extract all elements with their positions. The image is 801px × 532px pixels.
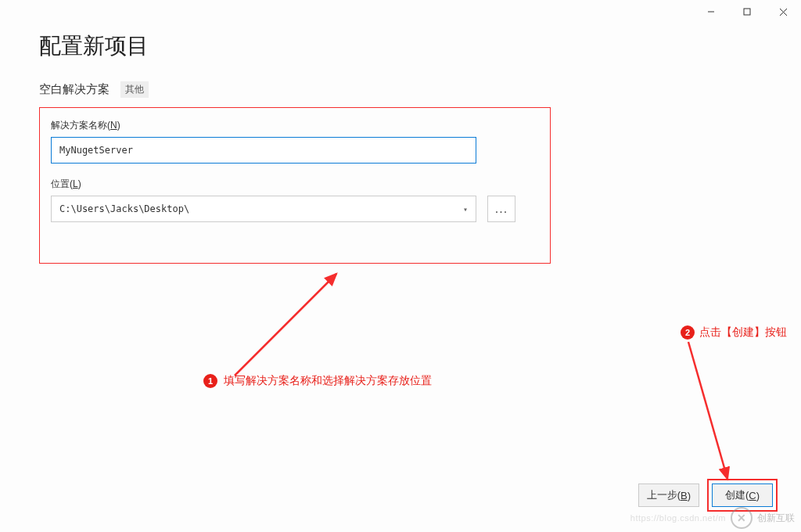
watermark-brand: 创新互联	[757, 512, 795, 525]
annotation-1: 1 填写解决方案名称和选择解决方案存放位置	[203, 374, 432, 388]
minimize-button[interactable]	[693, 0, 729, 23]
template-name: 空白解决方案	[39, 82, 110, 97]
template-tag: 其他	[120, 81, 149, 98]
annotation-badge-1: 1	[203, 374, 217, 388]
annotation-badge-2: 2	[681, 325, 695, 340]
close-button[interactable]	[765, 0, 801, 23]
page-title: 配置新项目	[39, 31, 762, 61]
annotation-text-2: 点击【创建】按钮	[699, 325, 787, 340]
solution-name-label: 解决方案名称(N)	[51, 119, 539, 132]
location-select[interactable]: C:\Users\Jacks\Desktop\ ▾	[51, 196, 476, 222]
svg-line-4	[235, 274, 336, 376]
watermark: https://blog.csdn.net/m ✕ 创新互联	[630, 507, 795, 529]
annotation-2: 2 点击【创建】按钮	[681, 325, 787, 340]
window-controls	[693, 0, 801, 23]
template-subheader: 空白解决方案 其他	[39, 81, 762, 98]
svg-line-5	[688, 342, 727, 479]
back-button[interactable]: 上一步(B)	[638, 483, 699, 507]
annotation-arrow-1	[219, 270, 352, 383]
maximize-button[interactable]	[729, 0, 765, 23]
location-value: C:\Users\Jacks\Desktop\	[59, 203, 189, 214]
solution-name-input[interactable]	[51, 137, 476, 164]
annotation-arrow-2	[665, 338, 743, 491]
watermark-logo-icon: ✕	[731, 507, 753, 529]
create-button[interactable]: 创建(C)	[712, 483, 773, 507]
svg-rect-1	[744, 9, 750, 15]
annotation-text-1: 填写解决方案名称和选择解决方案存放位置	[224, 374, 432, 388]
form-area: 解决方案名称(N) 位置(L) C:\Users\Jacks\Desktop\ …	[39, 107, 551, 264]
watermark-url: https://blog.csdn.net/m	[630, 513, 726, 523]
location-label: 位置(L)	[51, 178, 539, 191]
browse-button[interactable]: ...	[487, 196, 515, 222]
chevron-down-icon: ▾	[463, 205, 468, 214]
